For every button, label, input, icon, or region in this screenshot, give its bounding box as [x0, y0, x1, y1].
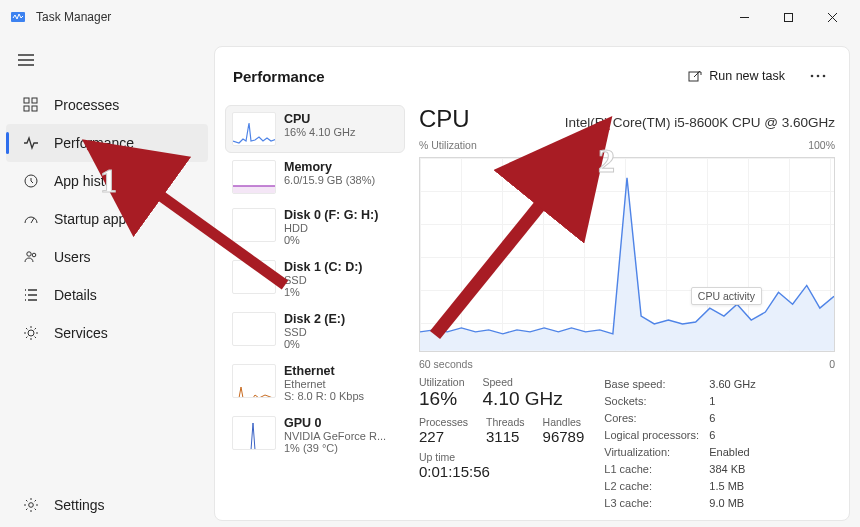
stat-utilization: 16% — [419, 388, 465, 410]
svg-rect-3 — [24, 98, 29, 103]
close-button[interactable] — [810, 2, 854, 32]
more-button[interactable] — [803, 61, 833, 91]
detail-title: CPU — [419, 105, 470, 133]
list-icon — [22, 286, 40, 304]
nav-services[interactable]: Services — [6, 314, 208, 352]
page-title: Performance — [233, 68, 325, 85]
eth-thumb — [232, 364, 276, 398]
nav-users[interactable]: Users — [6, 238, 208, 276]
history-icon — [22, 172, 40, 190]
nav-settings[interactable]: Settings — [6, 483, 208, 527]
svg-rect-13 — [689, 72, 698, 81]
axis-label-right: 100% — [808, 139, 835, 151]
activity-icon — [22, 134, 40, 152]
nav-startup-apps[interactable]: Startup apps — [6, 200, 208, 238]
cpu-chart: CPU activity — [419, 157, 835, 352]
svg-point-12 — [29, 503, 34, 508]
nav-label: Users — [54, 249, 91, 265]
cpu-specs: Base speed:3.60 GHz Sockets:1 Cores:6 Lo… — [604, 376, 755, 512]
users-icon — [22, 248, 40, 266]
window-controls — [722, 2, 854, 32]
chart-tooltip: CPU activity — [691, 287, 762, 305]
nav-label: Services — [54, 325, 108, 341]
grid-icon — [22, 96, 40, 114]
resource-item-disk1[interactable]: Disk 1 (C: D:)SSD1% — [225, 253, 405, 305]
svg-point-10 — [32, 253, 36, 257]
run-task-label: Run new task — [709, 69, 785, 83]
svg-rect-17 — [233, 186, 276, 194]
axis-label-left: % Utilization — [419, 139, 477, 151]
resource-list: CPU16% 4.10 GHz Memory6.0/15.9 GB (38%) … — [215, 101, 405, 520]
window-title: Task Manager — [36, 10, 111, 24]
svg-point-14 — [811, 75, 814, 78]
disk-thumb — [232, 312, 276, 346]
cpu-detail: CPU Intel(R) Core(TM) i5-8600K CPU @ 3.6… — [405, 101, 849, 520]
nav-label: App history — [54, 173, 124, 189]
svg-rect-6 — [32, 106, 37, 111]
nav-details[interactable]: Details — [6, 276, 208, 314]
nav-label: Performance — [54, 135, 134, 151]
hamburger-button[interactable] — [0, 42, 214, 78]
svg-line-8 — [31, 218, 34, 223]
disk-thumb — [232, 208, 276, 242]
stat-handles: 96789 — [543, 428, 585, 445]
svg-rect-2 — [784, 13, 792, 21]
cpu-thumb — [232, 112, 276, 146]
maximize-button[interactable] — [766, 2, 810, 32]
axis-label-br: 0 — [829, 358, 835, 370]
resource-item-disk2[interactable]: Disk 2 (E:)SSD0% — [225, 305, 405, 357]
nav-processes[interactable]: Processes — [6, 86, 208, 124]
stat-uptime: 0:01:15:56 — [419, 463, 584, 480]
disk-thumb — [232, 260, 276, 294]
performance-panel: Performance Run new task CPU16% — [214, 46, 850, 521]
nav-label: Settings — [54, 497, 105, 513]
svg-rect-4 — [32, 98, 37, 103]
mem-thumb — [232, 160, 276, 194]
cpu-model: Intel(R) Core(TM) i5-8600K CPU @ 3.60GHz — [565, 115, 835, 130]
nav-label: Startup apps — [54, 211, 133, 227]
resource-item-gpu0[interactable]: GPU 0NVIDIA GeForce R...1% (39 °C) — [225, 409, 405, 461]
speed-icon — [22, 210, 40, 228]
svg-point-15 — [817, 75, 820, 78]
title-bar: Task Manager — [0, 0, 860, 34]
svg-point-16 — [823, 75, 826, 78]
gear-icon — [22, 324, 40, 342]
resource-item-disk0[interactable]: Disk 0 (F: G: H:)HDD0% — [225, 201, 405, 253]
nav-rail: Processes Performance App history Startu… — [0, 34, 214, 527]
run-task-icon — [688, 69, 702, 83]
stat-processes: 227 — [419, 428, 468, 445]
run-new-task-button[interactable]: Run new task — [678, 63, 795, 89]
resource-item-memory[interactable]: Memory6.0/15.9 GB (38%) — [225, 153, 405, 201]
svg-rect-5 — [24, 106, 29, 111]
app-icon — [10, 9, 26, 25]
svg-point-11 — [28, 330, 34, 336]
axis-label-bl: 60 seconds — [419, 358, 473, 370]
resource-item-ethernet[interactable]: EthernetEthernetS: 8.0 R: 0 Kbps — [225, 357, 405, 409]
settings-icon — [22, 496, 40, 514]
svg-point-9 — [27, 252, 31, 256]
minimize-button[interactable] — [722, 2, 766, 32]
stat-threads: 3115 — [486, 428, 525, 445]
gpu-thumb — [232, 416, 276, 450]
nav-label: Details — [54, 287, 97, 303]
stat-speed: 4.10 GHz — [483, 388, 563, 410]
nav-performance[interactable]: Performance — [6, 124, 208, 162]
resource-item-cpu[interactable]: CPU16% 4.10 GHz — [225, 105, 405, 153]
nav-label: Processes — [54, 97, 119, 113]
nav-app-history[interactable]: App history — [6, 162, 208, 200]
